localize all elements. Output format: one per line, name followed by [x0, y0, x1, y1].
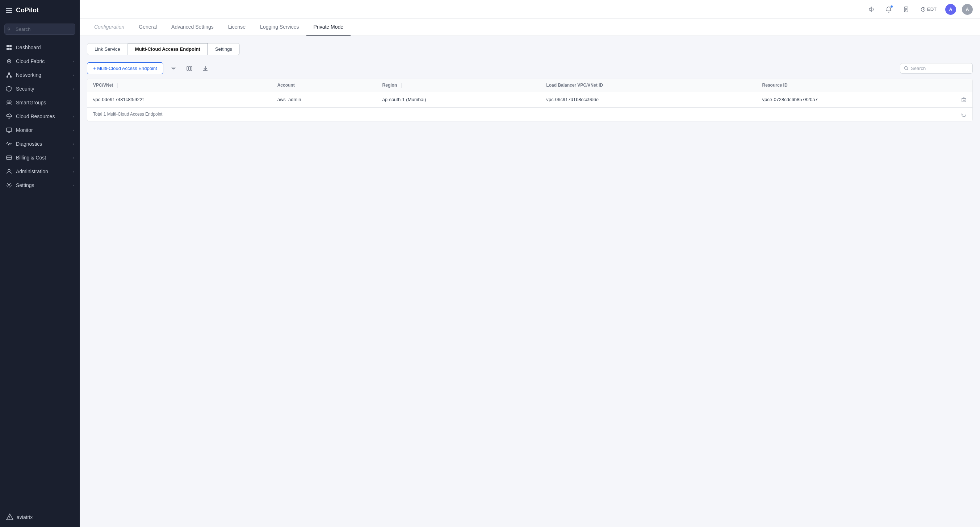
- sidebar-item-settings-label: Settings: [16, 182, 69, 188]
- sidebar-item-settings[interactable]: Settings ›: [0, 178, 80, 192]
- filter-icon-button[interactable]: [168, 63, 179, 74]
- user-avatar-1[interactable]: A: [945, 4, 956, 15]
- sidebar-item-cloud-resources-label: Cloud Resources: [16, 113, 69, 119]
- app-name: CoPilot: [16, 6, 39, 14]
- sidebar-item-administration[interactable]: Administration ›: [0, 164, 80, 178]
- columns-icon-button[interactable]: [184, 63, 195, 74]
- svg-point-24: [10, 519, 10, 519]
- svg-rect-42: [962, 99, 966, 102]
- download-icon-button[interactable]: [200, 63, 211, 74]
- table-header-row: VPC/VNet Account Region: [87, 79, 972, 92]
- cell-account: aws_admin: [272, 92, 377, 107]
- timezone-selector[interactable]: EDT: [918, 5, 939, 13]
- sidebar-item-dashboard[interactable]: Dashboard: [0, 41, 80, 54]
- sub-tab-multi-cloud[interactable]: Multi-Cloud Access Endpoint: [128, 43, 208, 55]
- cloud-fabric-chevron: ›: [73, 59, 74, 64]
- monitor-chevron: ›: [73, 128, 74, 132]
- col-vpc-vnet: VPC/VNet: [87, 79, 272, 92]
- cell-region: ap-south-1 (Mumbai): [377, 92, 541, 107]
- table-search-input[interactable]: [911, 65, 969, 71]
- timer-icon[interactable]: [900, 4, 912, 15]
- aviatrix-logo: aviatrix: [6, 513, 33, 521]
- sub-tab-settings[interactable]: Settings: [208, 43, 240, 55]
- tab-private-mode[interactable]: Private Mode: [306, 19, 350, 35]
- svg-rect-3: [10, 48, 11, 50]
- cell-actions: [955, 92, 972, 107]
- col-lb-vpc-vnet-id: Load Balancer VPC/VNet ID: [540, 79, 756, 92]
- svg-point-5: [8, 61, 10, 62]
- tab-general[interactable]: General: [132, 19, 164, 35]
- sidebar-item-security-label: Security: [16, 86, 69, 92]
- sidebar-footer: aviatrix: [0, 508, 80, 527]
- notifications-megaphone-icon[interactable]: [865, 4, 877, 15]
- billing-chevron: ›: [73, 156, 74, 160]
- tab-advanced-settings[interactable]: Advanced Settings: [164, 19, 221, 35]
- sidebar-item-billing-cost[interactable]: Billing & Cost ›: [0, 151, 80, 164]
- administration-chevron: ›: [73, 169, 74, 174]
- sidebar-item-smartgroups-label: SmartGroups: [16, 100, 74, 105]
- sidebar-header: CoPilot: [0, 0, 80, 21]
- smartgroups-icon: [6, 99, 12, 106]
- hamburger-icon[interactable]: [6, 8, 12, 13]
- tab-license[interactable]: License: [221, 19, 253, 35]
- avatar-initials-1: A: [949, 7, 953, 12]
- avatar-initials-2: A: [966, 7, 969, 12]
- sidebar-item-diagnostics-label: Diagnostics: [16, 141, 69, 147]
- table-toolbar: + Multi-Cloud Access Endpoint: [87, 62, 973, 74]
- svg-rect-18: [6, 156, 11, 160]
- sub-tab-link-service[interactable]: Link Service: [87, 43, 128, 55]
- refresh-icon[interactable]: [961, 111, 967, 117]
- sidebar-item-networking-label: Networking: [16, 72, 69, 78]
- sidebar-item-monitor-label: Monitor: [16, 127, 69, 133]
- diagnostics-icon: [6, 141, 12, 147]
- sidebar-item-monitor[interactable]: Monitor ›: [0, 123, 80, 137]
- aviatrix-logo-text: aviatrix: [17, 514, 33, 520]
- svg-rect-2: [6, 48, 9, 50]
- data-table: VPC/VNet Account Region: [87, 79, 973, 121]
- dashboard-icon: [6, 44, 12, 51]
- table-total-label: Total 1 Multi-Cloud Access Endpoint: [93, 112, 162, 117]
- sidebar-item-administration-label: Administration: [16, 169, 69, 174]
- security-chevron: ›: [73, 87, 74, 91]
- svg-point-11: [7, 101, 9, 103]
- networking-icon: [6, 72, 12, 78]
- svg-line-31: [923, 10, 924, 10]
- sidebar-item-cloud-fabric[interactable]: Cloud Fabric ›: [0, 54, 80, 68]
- sub-tabs: Link Service Multi-Cloud Access Endpoint…: [87, 43, 973, 55]
- cell-resource-id: vpce-0728cdc6b857820a7: [757, 92, 955, 107]
- svg-point-21: [8, 184, 10, 186]
- networking-chevron: ›: [73, 73, 74, 77]
- sidebar: CoPilot ⚲ Dashboard Cloud Fabric ›: [0, 0, 80, 527]
- svg-rect-7: [6, 76, 8, 78]
- billing-icon: [6, 154, 12, 161]
- col-account: Account: [272, 79, 377, 92]
- user-avatar-2[interactable]: A: [962, 4, 973, 15]
- sidebar-item-billing-cost-label: Billing & Cost: [16, 155, 69, 161]
- svg-rect-36: [189, 67, 190, 70]
- svg-rect-6: [8, 72, 10, 74]
- sidebar-item-diagnostics[interactable]: Diagnostics ›: [0, 137, 80, 151]
- tab-navigation: Configuration General Advanced Settings …: [80, 19, 980, 36]
- settings-icon: [6, 182, 12, 188]
- svg-point-12: [9, 101, 11, 103]
- svg-rect-37: [191, 67, 192, 70]
- administration-icon: [6, 168, 12, 175]
- sidebar-item-smartgroups[interactable]: SmartGroups: [0, 96, 80, 109]
- sidebar-item-cloud-resources[interactable]: Cloud Resources ›: [0, 109, 80, 123]
- sidebar-item-dashboard-label: Dashboard: [16, 45, 74, 50]
- delete-row-button[interactable]: [961, 96, 967, 102]
- tab-configuration[interactable]: Configuration: [87, 19, 132, 35]
- svg-rect-1: [10, 45, 11, 47]
- page-body: Link Service Multi-Cloud Access Endpoint…: [80, 36, 980, 129]
- add-endpoint-button[interactable]: + Multi-Cloud Access Endpoint: [87, 62, 163, 74]
- sidebar-item-networking[interactable]: Networking ›: [0, 68, 80, 82]
- notifications-bell-icon[interactable]: [883, 4, 894, 15]
- cloud-fabric-icon: [6, 58, 12, 64]
- topbar: EDT A A: [80, 0, 980, 19]
- tab-logging-services[interactable]: Logging Services: [253, 19, 306, 35]
- monitor-icon: [6, 127, 12, 133]
- col-region: Region: [377, 79, 541, 92]
- sidebar-item-security[interactable]: Security ›: [0, 82, 80, 96]
- svg-line-9: [7, 74, 9, 76]
- sidebar-search-input[interactable]: [4, 24, 75, 35]
